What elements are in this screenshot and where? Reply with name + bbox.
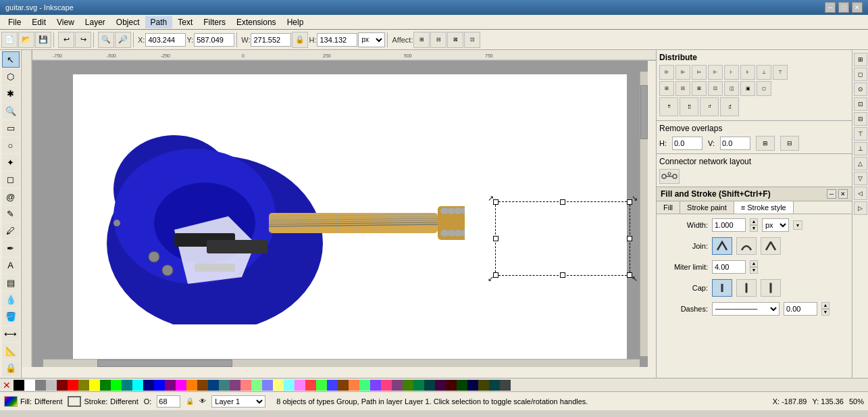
x-input[interactable] [145,33,186,47]
save-btn[interactable]: 💾 [35,32,51,48]
dist-btn-3[interactable]: ⊠ [692,81,707,96]
palette-color[interactable] [381,380,392,391]
3d-box-tool[interactable]: ◻ [2,172,20,188]
side-tool-9[interactable]: ▽ [854,172,867,185]
menu-text[interactable]: Text [172,16,198,28]
palette-color[interactable] [154,380,165,391]
cap-butt-btn[interactable] [712,279,732,297]
menu-object[interactable]: Object [111,16,145,28]
dist-node-3[interactable]: ⠾ [700,97,719,116]
star-tool[interactable]: ✦ [2,154,20,170]
dist-node-1[interactable]: ⠿ [659,97,678,116]
dashes-up[interactable]: ▲ [821,302,829,309]
width-input[interactable] [712,218,746,232]
handle-bl[interactable] [493,272,499,278]
tweak-tool[interactable]: ✱ [2,86,20,102]
align-btn-3[interactable]: ⊨ [692,65,707,80]
palette-color[interactable] [208,380,219,391]
palette-color[interactable] [186,380,197,391]
menu-edit[interactable]: Edit [26,16,51,28]
menu-help[interactable]: Help [282,16,309,28]
side-tool-4[interactable]: ⊡ [854,97,867,111]
tab-fill[interactable]: Fill [657,201,680,214]
menu-view[interactable]: View [51,16,80,28]
v-overlap-input[interactable] [720,137,750,150]
palette-color[interactable] [132,380,143,391]
zoom-tool[interactable]: 🔍 [2,103,20,119]
opacity-input[interactable] [157,395,180,408]
miter-input[interactable] [712,260,746,274]
new-btn[interactable]: 📄 [1,32,18,48]
palette-color[interactable] [435,380,446,391]
h-overlap-input[interactable] [672,137,703,150]
measure-tool[interactable]: 📐 [2,343,20,359]
palette-color[interactable] [316,380,327,391]
side-tool-10[interactable]: ◁ [854,187,867,200]
dashes-offset-input[interactable] [784,302,817,316]
side-tool-3[interactable]: ⊙ [854,82,867,96]
palette-color[interactable] [500,380,511,391]
cap-square-btn[interactable] [761,279,781,297]
palette-color[interactable] [478,380,489,391]
palette-color[interactable] [370,380,381,391]
maximize-button[interactable]: □ [838,2,849,13]
rotate-bl[interactable]: ↙ [488,274,494,283]
side-tool-2[interactable]: ◻ [854,68,867,81]
circle-tool[interactable]: ○ [2,137,20,153]
palette-color[interactable] [143,380,154,391]
side-snap-btn[interactable]: ⊞ [854,53,867,66]
horizontal-scrollbar[interactable] [43,359,640,367]
pen-tool[interactable]: 🖊 [2,223,20,239]
zoom-out-btn[interactable]: 🔎 [115,32,131,48]
handle-t[interactable] [560,199,565,205]
palette-color[interactable] [122,380,132,391]
handle-tl[interactable] [493,199,499,205]
remove-overlaps-btn2[interactable]: ⊟ [780,136,799,151]
canvas-area[interactable]: -750 -500 -250 0 250 500 750 [22,50,656,378]
connector-layout-btn[interactable] [659,169,680,184]
palette-color[interactable] [338,380,349,391]
dist-btn-4[interactable]: ⊡ [708,81,723,96]
width-down[interactable]: ▼ [750,225,758,232]
connector-tool[interactable]: ⟷ [2,326,20,342]
rotate-br[interactable]: ↖ [632,274,638,283]
rotate-tl[interactable]: ↗ [488,194,494,203]
handle-r[interactable] [627,236,632,241]
palette-color[interactable] [467,380,478,391]
cap-round-btn[interactable] [736,279,757,297]
tab-stroke-style[interactable]: ≡ Stroke style [734,201,794,214]
no-fill-btn[interactable]: ✕ [0,378,14,392]
palette-color[interactable] [446,380,457,391]
menu-file[interactable]: File [3,16,26,28]
palette-color[interactable] [46,380,57,391]
dist-btn-1[interactable]: ⊞ [659,81,674,96]
palette-color[interactable] [78,380,89,391]
palette-color[interactable] [24,380,35,391]
palette-color[interactable] [305,380,316,391]
dist-node-4[interactable]: ⣾ [720,97,739,116]
palette-color[interactable] [359,380,370,391]
fill-stroke-close[interactable]: ✕ [838,189,848,199]
palette-color[interactable] [219,380,230,391]
align-btn-1[interactable]: ⊪ [659,65,674,80]
side-tool-5[interactable]: ⊟ [854,112,867,126]
dist-btn-2[interactable]: ⊟ [675,81,690,96]
canvas-inner[interactable]: ↗ ↘ ↙ ↖ [32,61,648,367]
miter-down[interactable]: ▼ [750,267,758,274]
text-tool[interactable]: A [2,257,20,274]
gradient-tool[interactable]: ▤ [2,274,20,291]
side-tool-8[interactable]: △ [854,157,867,170]
menu-layer[interactable]: Layer [80,16,111,28]
open-btn[interactable]: 📂 [18,32,34,48]
palette-color[interactable] [68,380,78,391]
handle-b[interactable] [560,272,565,278]
palette-color[interactable] [35,380,46,391]
palette-color[interactable] [424,380,435,391]
calligraphy-tool[interactable]: ✒ [2,240,20,256]
layer-select[interactable]: Layer 1 [211,395,265,408]
dist-btn-7[interactable]: ◻ [757,81,771,96]
h-input[interactable] [317,33,357,47]
palette-color[interactable] [489,380,500,391]
vscroll-thumb[interactable] [640,85,648,139]
palette-color[interactable] [403,380,413,391]
